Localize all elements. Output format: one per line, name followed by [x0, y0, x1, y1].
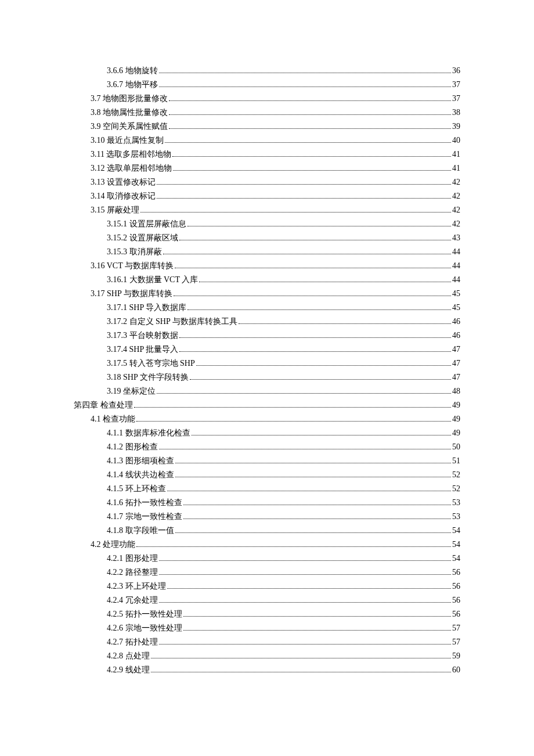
toc-entry[interactable]: 4.1.2 图形检查50 [107, 440, 460, 454]
toc-label: 3.17.1 SHP 导入数据库 [107, 301, 186, 315]
toc-entry[interactable]: 3.12 选取单层相邻地物41 [91, 161, 460, 175]
toc-leader-dots [140, 212, 451, 213]
toc-entry[interactable]: 3.17.5 转入苍穹宗地 SHP47 [107, 357, 460, 370]
toc-label: 第四章 检查处理 [74, 398, 133, 412]
toc-label: 4.2.3 环上环处理 [107, 579, 166, 593]
toc-entry[interactable]: 4.2.4 冗余处理56 [107, 593, 460, 607]
toc-label: 3.16 VCT 与数据库转换 [91, 259, 174, 273]
toc-leader-dots [165, 142, 451, 143]
toc-label: 4.1.2 图形检查 [107, 440, 158, 454]
toc-label: 4.2.9 线处理 [107, 663, 150, 677]
toc-label: 3.6.6 地物旋转 [107, 64, 158, 78]
toc-page-number: 59 [452, 649, 460, 663]
toc-label: 3.15 屏蔽处理 [91, 203, 139, 217]
toc-entry[interactable]: 3.13 设置修改标记42 [91, 175, 460, 189]
toc-entry[interactable]: 3.15.1 设置层屏蔽信息42 [107, 217, 460, 231]
toc-page-number: 54 [452, 552, 460, 566]
toc-entry[interactable]: 4.2.5 拓扑一致性处理56 [107, 607, 460, 621]
toc-leader-dots [157, 198, 451, 199]
toc-entry[interactable]: 4.2.7 拓扑处理57 [107, 635, 460, 649]
toc-page-number: 46 [452, 329, 460, 343]
toc-page-number: 46 [452, 315, 460, 329]
toc-page-number: 47 [452, 370, 460, 384]
toc-entry[interactable]: 3.19 坐标定位48 [107, 384, 460, 398]
toc-entry[interactable]: 3.17.3 平台映射数据46 [107, 329, 460, 343]
toc-leader-dots [183, 630, 452, 631]
toc-entry[interactable]: 4.2.9 线处理60 [107, 663, 460, 677]
toc-entry[interactable]: 3.16.1 大数据量 VCT 入库44 [107, 273, 460, 287]
toc-leader-dots [173, 170, 451, 171]
toc-page-number: 44 [452, 245, 460, 259]
toc-label: 4.2.1 图形处理 [107, 552, 158, 566]
toc-label: 3.14 取消修改标记 [91, 189, 156, 203]
toc-label: 4.2.5 拓扑一致性处理 [107, 607, 182, 621]
toc-leader-dots [157, 393, 451, 394]
toc-page-number: 50 [452, 440, 460, 454]
toc-entry[interactable]: 第四章 检查处理49 [74, 398, 460, 412]
toc-entry[interactable]: 3.9 空间关系属性赋值39 [91, 120, 460, 134]
toc-label: 3.16.1 大数据量 VCT 入库 [107, 273, 198, 287]
toc-entry[interactable]: 3.15.3 取消屏蔽44 [107, 245, 460, 259]
toc-leader-dots [159, 644, 452, 645]
toc-leader-dots [169, 114, 451, 115]
toc-entry[interactable]: 3.6.7 地物平移37 [107, 78, 460, 92]
toc-entry[interactable]: 3.8 地物属性批量修改38 [91, 106, 460, 120]
toc-leader-dots [190, 379, 451, 380]
toc-entry[interactable]: 4.1 检查功能49 [91, 412, 460, 426]
toc-entry[interactable]: 4.1.8 取字段唯一值54 [107, 524, 460, 538]
toc-entry[interactable]: 3.17 SHP 与数据库转换45 [91, 287, 460, 301]
toc-leader-dots [183, 519, 452, 519]
toc-page-number: 44 [452, 259, 460, 273]
toc-label: 4.1.3 图形细项检查 [107, 454, 174, 468]
toc-page-number: 51 [452, 454, 460, 468]
toc-leader-dots [179, 240, 452, 240]
toc-label: 3.12 选取单层相邻地物 [91, 161, 172, 175]
toc-entry[interactable]: 4.1.3 图形细项检查51 [107, 454, 460, 468]
toc-leader-dots [151, 672, 452, 672]
toc-page-number: 44 [452, 273, 460, 287]
toc-entry[interactable]: 4.2.3 环上环处理56 [107, 579, 460, 593]
toc-label: 3.15.1 设置层屏蔽信息 [107, 217, 186, 231]
toc-page-number: 49 [452, 412, 460, 426]
toc-label: 4.1.5 环上环检查 [107, 482, 166, 496]
toc-entry[interactable]: 3.7 地物图形批量修改37 [91, 92, 460, 106]
toc-entry[interactable]: 4.1.6 拓扑一致性检查53 [107, 496, 460, 510]
toc-page-number: 41 [452, 147, 460, 161]
toc-page-number: 49 [452, 426, 460, 440]
toc-entry[interactable]: 4.2.2 路径整理56 [107, 566, 460, 579]
toc-leader-dots [159, 87, 452, 87]
toc-entry[interactable]: 4.2.6 宗地一致性处理57 [107, 621, 460, 635]
toc-entry[interactable]: 3.6.6 地物旋转36 [107, 64, 460, 78]
toc-page-number: 54 [452, 524, 460, 538]
toc-entry[interactable]: 4.2 处理功能54 [91, 538, 460, 552]
table-of-contents: 3.6.6 地物旋转363.6.7 地物平移373.7 地物图形批量修改373.… [74, 64, 460, 677]
toc-label: 4.2.7 拓扑处理 [107, 635, 158, 649]
toc-entry[interactable]: 4.1.4 线状共边检查52 [107, 468, 460, 482]
toc-entry[interactable]: 4.2.8 点处理59 [107, 649, 460, 663]
toc-entry[interactable]: 3.15.2 设置屏蔽区域43 [107, 231, 460, 245]
toc-entry[interactable]: 4.1.7 宗地一致性检查53 [107, 510, 460, 524]
toc-leader-dots [175, 463, 452, 463]
toc-label: 4.1.1 数据库标准化检查 [107, 426, 190, 440]
toc-leader-dots [179, 337, 452, 338]
toc-page-number: 49 [452, 398, 460, 412]
toc-page-number: 60 [452, 663, 460, 677]
toc-entry[interactable]: 3.18 SHP 文件字段转换47 [107, 370, 460, 384]
toc-leader-dots [159, 73, 452, 73]
toc-page-number: 57 [452, 621, 460, 635]
toc-leader-dots [134, 407, 452, 408]
toc-entry[interactable]: 4.1.1 数据库标准化检查49 [107, 426, 460, 440]
toc-entry[interactable]: 3.11 选取多层相邻地物41 [91, 147, 460, 161]
toc-page-number: 42 [452, 217, 460, 231]
toc-entry[interactable]: 3.14 取消修改标记42 [91, 189, 460, 203]
toc-entry[interactable]: 3.17.4 SHP 批量导入47 [107, 343, 460, 357]
toc-entry[interactable]: 3.17.1 SHP 导入数据库45 [107, 301, 460, 315]
toc-leader-dots [136, 546, 451, 547]
toc-entry[interactable]: 3.16 VCT 与数据库转换44 [91, 259, 460, 273]
toc-entry[interactable]: 4.2.1 图形处理54 [107, 552, 460, 566]
toc-leader-dots [175, 477, 452, 477]
toc-entry[interactable]: 3.10 最近点属性复制40 [91, 134, 460, 147]
toc-entry[interactable]: 3.17.2 自定义 SHP 与数据库转换工具46 [107, 315, 460, 329]
toc-entry[interactable]: 4.1.5 环上环检查52 [107, 482, 460, 496]
toc-entry[interactable]: 3.15 屏蔽处理42 [91, 203, 460, 217]
